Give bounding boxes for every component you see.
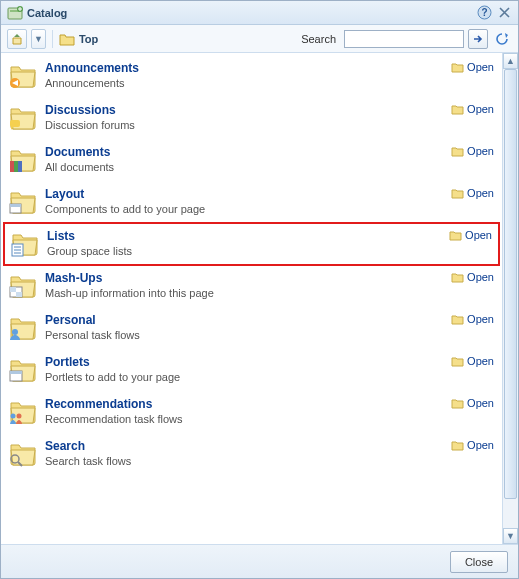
item-description: Components to add to your page — [45, 203, 494, 215]
up-button[interactable] — [7, 29, 27, 49]
item-main: DiscussionsDiscussion forums — [45, 103, 494, 131]
item-main: RecommendationsRecommendation task flows — [45, 397, 494, 425]
folder-icon — [59, 32, 75, 46]
mini-folder-icon — [451, 146, 464, 157]
catalog-item: DiscussionsDiscussion forumsOpen — [1, 97, 502, 139]
svg-rect-18 — [16, 292, 22, 297]
open-label: Open — [467, 61, 494, 73]
item-title-link[interactable]: Search — [45, 439, 85, 453]
item-main: Mash-UpsMash-up information into this pa… — [45, 271, 494, 299]
search-input[interactable] — [344, 30, 464, 48]
item-description: Portlets to add to your page — [45, 371, 494, 383]
toolbar: ▼ Top Search — [1, 25, 518, 53]
item-title-link[interactable]: Discussions — [45, 103, 116, 117]
dialog-title: Catalog — [27, 7, 472, 19]
footer: Close — [1, 544, 518, 578]
folder-icon — [9, 187, 37, 215]
item-description: Search task flows — [45, 455, 494, 467]
catalog-item: AnnouncementsAnnouncementsOpen — [1, 55, 502, 97]
scroll-down-button[interactable]: ▼ — [503, 528, 518, 544]
svg-rect-21 — [10, 371, 22, 374]
mini-folder-icon — [451, 62, 464, 73]
svg-rect-11 — [10, 204, 21, 207]
breadcrumb-label: Top — [79, 33, 98, 45]
item-main: AnnouncementsAnnouncements — [45, 61, 494, 89]
svg-point-22 — [11, 414, 16, 419]
item-description: Group space lists — [47, 245, 492, 257]
open-label: Open — [467, 355, 494, 367]
item-main: DocumentsAll documents — [45, 145, 494, 173]
open-link[interactable]: Open — [451, 145, 494, 157]
mini-folder-icon — [449, 230, 462, 241]
scroll-up-button[interactable]: ▲ — [503, 53, 518, 69]
item-description: Announcements — [45, 77, 494, 89]
catalog-item: DocumentsAll documentsOpen — [1, 139, 502, 181]
folder-icon — [9, 61, 37, 89]
catalog-item: LayoutComponents to add to your pageOpen — [1, 181, 502, 223]
item-description: Personal task flows — [45, 329, 494, 341]
refresh-icon[interactable] — [492, 29, 512, 49]
svg-rect-8 — [14, 161, 18, 172]
help-icon[interactable]: ? — [476, 5, 492, 21]
folder-icon — [9, 313, 37, 341]
open-label: Open — [467, 187, 494, 199]
catalog-dialog: Catalog ? ▼ Top Search Announcements — [0, 0, 519, 579]
up-menu-chevron[interactable]: ▼ — [31, 29, 46, 49]
item-title-link[interactable]: Recommendations — [45, 397, 152, 411]
svg-rect-17 — [10, 287, 16, 292]
svg-rect-7 — [10, 161, 14, 172]
svg-point-23 — [17, 414, 22, 419]
item-title-link[interactable]: Layout — [45, 187, 84, 201]
open-link[interactable]: Open — [451, 355, 494, 367]
open-link[interactable]: Open — [451, 271, 494, 283]
item-main: PortletsPortlets to add to your page — [45, 355, 494, 383]
folder-icon — [9, 103, 37, 131]
scroll-thumb[interactable] — [504, 69, 517, 499]
titlebar: Catalog ? — [1, 1, 518, 25]
mini-folder-icon — [451, 356, 464, 367]
content-area: AnnouncementsAnnouncementsOpenDiscussion… — [1, 53, 518, 544]
folder-icon — [9, 271, 37, 299]
open-link[interactable]: Open — [449, 229, 492, 241]
catalog-item: Mash-UpsMash-up information into this pa… — [1, 265, 502, 307]
item-title-link[interactable]: Lists — [47, 229, 75, 243]
search-go-button[interactable] — [468, 29, 488, 49]
open-label: Open — [467, 271, 494, 283]
catalog-icon — [7, 5, 23, 21]
item-title-link[interactable]: Mash-Ups — [45, 271, 102, 285]
open-label: Open — [467, 145, 494, 157]
svg-rect-6 — [10, 120, 20, 127]
open-label: Open — [467, 103, 494, 115]
scrollbar[interactable]: ▲ ▼ — [502, 53, 518, 544]
open-link[interactable]: Open — [451, 313, 494, 325]
close-icon[interactable] — [496, 5, 512, 21]
folder-icon — [9, 145, 37, 173]
open-link[interactable]: Open — [451, 439, 494, 451]
item-description: Recommendation task flows — [45, 413, 494, 425]
breadcrumb[interactable]: Top — [59, 32, 98, 46]
open-link[interactable]: Open — [451, 397, 494, 409]
open-label: Open — [467, 439, 494, 451]
svg-rect-9 — [18, 161, 22, 172]
open-link[interactable]: Open — [451, 61, 494, 73]
svg-text:?: ? — [481, 7, 487, 18]
close-button[interactable]: Close — [450, 551, 508, 573]
folder-icon — [9, 439, 37, 467]
mini-folder-icon — [451, 398, 464, 409]
item-title-link[interactable]: Announcements — [45, 61, 139, 75]
catalog-item: PersonalPersonal task flowsOpen — [1, 307, 502, 349]
item-description: Mash-up information into this page — [45, 287, 494, 299]
open-label: Open — [467, 313, 494, 325]
separator — [52, 30, 53, 48]
open-link[interactable]: Open — [451, 103, 494, 115]
item-title-link[interactable]: Documents — [45, 145, 110, 159]
folder-icon — [9, 397, 37, 425]
item-title-link[interactable]: Personal — [45, 313, 96, 327]
item-title-link[interactable]: Portlets — [45, 355, 90, 369]
folder-icon — [11, 229, 39, 257]
catalog-list: AnnouncementsAnnouncementsOpenDiscussion… — [1, 53, 502, 544]
mini-folder-icon — [451, 272, 464, 283]
search-label: Search — [301, 33, 336, 45]
item-main: SearchSearch task flows — [45, 439, 494, 467]
open-link[interactable]: Open — [451, 187, 494, 199]
